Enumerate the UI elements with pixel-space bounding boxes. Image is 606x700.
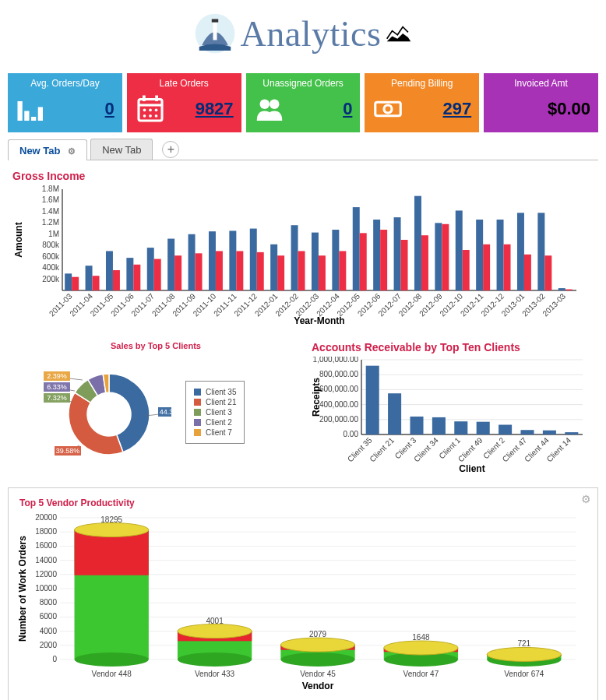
- svg-rect-103: [537, 213, 544, 290]
- legend-item[interactable]: Client 2: [194, 418, 236, 427]
- header: Analytics: [0, 0, 606, 73]
- svg-rect-64: [270, 244, 277, 290]
- svg-rect-53: [196, 253, 203, 290]
- legend-label: Client 2: [206, 418, 232, 427]
- svg-text:Vendor 433: Vendor 433: [195, 670, 235, 678]
- legend-item[interactable]: Client 35: [194, 388, 236, 396]
- svg-text:Number of Work Orders: Number of Work Orders: [17, 536, 28, 642]
- svg-rect-89: [442, 224, 449, 290]
- svg-text:1648: 1648: [412, 633, 430, 642]
- tab-inactive[interactable]: New Tab: [90, 139, 153, 160]
- kpi-title: Unassigned Orders: [254, 78, 353, 89]
- ar-panel: Accounts Receivable by Top Ten Clients 0…: [307, 336, 598, 477]
- users-icon: [254, 93, 285, 125]
- kpi-value[interactable]: 297: [442, 99, 471, 119]
- svg-rect-97: [497, 220, 504, 290]
- svg-text:44.38%: 44.38%: [160, 408, 171, 416]
- svg-text:2079: 2079: [309, 630, 327, 638]
- svg-rect-146: [432, 417, 446, 434]
- ar-bar-chart[interactable]: 0.00200,000.00400,000.00600,000.00800,00…: [307, 357, 587, 473]
- kpi-unassigned[interactable]: Unassigned Orders 0: [246, 73, 361, 132]
- spark-icon: [386, 23, 412, 44]
- kpi-title: Avg. Orders/Day: [16, 78, 115, 89]
- svg-point-193: [178, 624, 252, 638]
- svg-point-13: [149, 108, 152, 111]
- svg-rect-88: [435, 223, 442, 290]
- kpi-title: Pending Billing: [372, 78, 471, 89]
- gear-icon[interactable]: ⚙: [581, 493, 591, 505]
- legend-item[interactable]: Client 3: [194, 408, 236, 417]
- svg-rect-4: [18, 101, 23, 121]
- svg-rect-95: [483, 244, 490, 290]
- svg-rect-61: [250, 229, 257, 290]
- kpi-invoiced[interactable]: Invoiced Amt $0.00: [484, 73, 598, 132]
- svg-point-199: [280, 638, 354, 652]
- kpi-avg-orders[interactable]: Avg. Orders/Day 0: [8, 73, 122, 132]
- svg-rect-104: [544, 255, 551, 290]
- tab-active[interactable]: New Tab ⚙: [8, 139, 87, 160]
- calendar-icon: [135, 93, 166, 125]
- svg-marker-3: [387, 33, 411, 41]
- svg-rect-62: [257, 252, 264, 290]
- svg-rect-154: [520, 430, 534, 434]
- kpi-pending[interactable]: Pending Billing 297: [365, 73, 479, 132]
- legend-label: Client 21: [206, 398, 236, 406]
- pie-legend: Client 35Client 21Client 3Client 2Client…: [185, 381, 245, 444]
- gross-income-panel: Gross Income 200k400k600k800k1M1.2M1.4M1…: [8, 170, 598, 329]
- kpi-late-orders[interactable]: Late Orders 9827: [127, 73, 241, 132]
- kpi-title: Invoiced Amt: [491, 78, 590, 89]
- svg-rect-37: [86, 266, 93, 290]
- svg-rect-43: [126, 258, 133, 290]
- tab-label: New Tab: [19, 145, 61, 157]
- svg-text:6.33%: 6.33%: [47, 383, 67, 391]
- svg-text:2013-03: 2013-03: [541, 291, 567, 318]
- tab-bar: New Tab ⚙ New Tab +: [8, 139, 598, 160]
- svg-point-187: [75, 523, 149, 537]
- svg-text:16000: 16000: [35, 541, 57, 550]
- svg-rect-70: [312, 233, 319, 290]
- legend-item[interactable]: Client 21: [194, 398, 236, 406]
- svg-text:1,000,000.00: 1,000,000.00: [313, 357, 359, 364]
- svg-point-191: [178, 653, 252, 667]
- svg-rect-73: [332, 230, 339, 290]
- svg-rect-77: [360, 233, 367, 290]
- kpi-value[interactable]: 0: [105, 99, 115, 119]
- svg-point-205: [384, 641, 458, 655]
- brand-text: Analytics: [241, 13, 382, 55]
- svg-rect-148: [454, 421, 467, 434]
- svg-text:800k: 800k: [42, 241, 60, 249]
- svg-point-15: [143, 114, 146, 118]
- mid-row: Sales by Top 5 Clients 44.38%39.58%7.32%…: [8, 336, 598, 477]
- svg-rect-56: [216, 251, 223, 290]
- svg-rect-41: [113, 270, 120, 290]
- svg-point-185: [75, 653, 149, 667]
- svg-rect-55: [209, 231, 216, 290]
- svg-point-19: [270, 100, 280, 110]
- add-tab-button[interactable]: +: [162, 141, 179, 158]
- svg-rect-38: [93, 276, 100, 290]
- pie-panel: Sales by Top 5 Clients 44.38%39.58%7.32%…: [8, 336, 299, 477]
- kpi-value[interactable]: 9827: [196, 99, 234, 119]
- vendor-panel: ⚙ Top 5 Vendor Productivity 020004000600…: [8, 487, 598, 700]
- svg-point-14: [154, 108, 157, 111]
- sales-pie-chart[interactable]: 44.38%39.58%7.32%6.33%2.39%: [8, 354, 171, 470]
- svg-text:Receipts: Receipts: [311, 378, 322, 417]
- svg-point-21: [384, 105, 392, 113]
- kpi-value[interactable]: 0: [343, 99, 352, 119]
- svg-rect-68: [298, 251, 305, 290]
- svg-rect-106: [558, 288, 565, 290]
- svg-rect-79: [373, 220, 380, 290]
- vendor-chart[interactable]: 0200040006000800010000120001400016000180…: [15, 512, 583, 691]
- svg-rect-10: [143, 96, 146, 102]
- svg-point-211: [487, 647, 561, 661]
- svg-text:20000: 20000: [35, 513, 57, 522]
- svg-text:4000: 4000: [40, 627, 58, 635]
- legend-item[interactable]: Client 7: [194, 428, 236, 437]
- svg-rect-71: [319, 255, 326, 290]
- svg-rect-142: [388, 393, 401, 434]
- gross-income-chart[interactable]: 200k400k600k800k1M1.2M1.4M1.6M1.8MAmount…: [8, 185, 584, 325]
- svg-rect-86: [421, 235, 428, 290]
- svg-rect-156: [543, 431, 556, 434]
- svg-point-18: [259, 100, 270, 110]
- gear-icon[interactable]: ⚙: [68, 146, 76, 156]
